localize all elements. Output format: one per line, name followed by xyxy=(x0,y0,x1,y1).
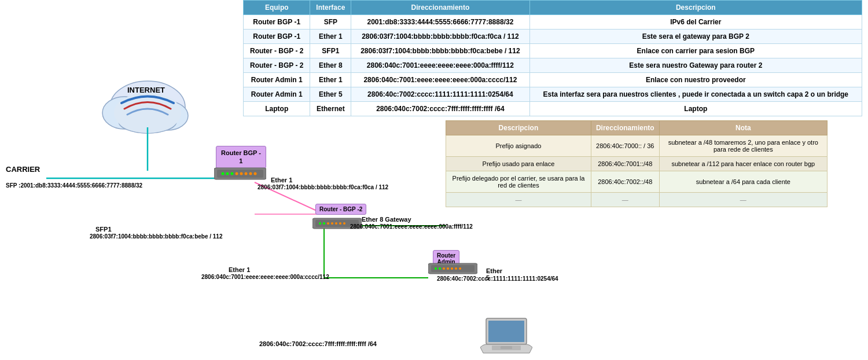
svg-point-28 xyxy=(443,267,445,270)
svg-point-23 xyxy=(343,222,345,225)
col-header-descripcion: Descripcion xyxy=(529,1,862,15)
cell2-descripcion: Prefijo delegado por el carrier, se usar… xyxy=(446,171,591,193)
cell-descripcion: Este sera nuestro Gateway para router 2 xyxy=(529,58,862,73)
svg-rect-34 xyxy=(488,321,524,342)
ether1-admin-addr-label: 2806:040c:7001:eeee:eeee:eeee:000a:cccc/… xyxy=(201,274,329,280)
svg-point-30 xyxy=(451,267,453,270)
ether1-bgp1-iface-label: Ether 1 xyxy=(271,177,292,183)
cell2-descripcion: Prefijo usado para enlace xyxy=(446,157,591,171)
sfp1-addr-label: 2806:03f7:1004:bbbb:bbbb:bbbb:f0ca:bebe … xyxy=(90,233,223,240)
cell-descripcion: IPv6 del Carrier xyxy=(529,15,862,30)
svg-point-17 xyxy=(319,222,321,225)
ether1-admin-iface-label: Ether 1 xyxy=(229,266,250,273)
router-admin1-device xyxy=(428,262,477,276)
router-bgp1-text: Router BGP -1 xyxy=(221,149,261,164)
router-bgp2-label: Router - BGP -2 xyxy=(315,204,366,215)
cell2-descripcion: — xyxy=(446,193,591,207)
svg-point-11 xyxy=(240,172,243,175)
svg-point-14 xyxy=(254,172,257,175)
svg-point-22 xyxy=(339,222,341,225)
cell-descripcion: Este sera el gateway para BGP 2 xyxy=(529,30,862,44)
sfp-address-label: SFP :2001:db8:3333:4444:5555:6666:7777:8… xyxy=(6,182,142,189)
laptop-addr-label: 2806:040c:7002:cccc:7fff:ffff:ffff:ffff … xyxy=(259,340,377,347)
svg-point-27 xyxy=(439,267,441,270)
ether5-admin-addr-label: 2806:40c:7002:cccc:1111:1111:1111:0254/6… xyxy=(437,275,558,282)
svg-rect-36 xyxy=(501,346,512,349)
internet-label: INTERNET xyxy=(127,86,165,94)
network-diagram: INTERNET CARRIER SFP :2001:db8:3333:4444… xyxy=(0,0,446,360)
cell2-nota: subnetear a /112 para hacer enlace con r… xyxy=(659,157,827,171)
cell2-direccionamiento: — xyxy=(591,193,659,207)
router-bgp1-device xyxy=(214,165,266,182)
col2-header-nota: Nota xyxy=(659,121,827,135)
svg-point-19 xyxy=(327,222,329,225)
table-row: Prefijo usado para enlace 2806:40c:7001:… xyxy=(446,157,827,171)
svg-point-2 xyxy=(148,101,188,130)
ether8-addr-label: 2806:040c:7001:eeee:eeee:eeee:000a:ffff/… xyxy=(350,223,473,230)
svg-point-21 xyxy=(335,222,337,225)
cell2-nota: — xyxy=(659,193,827,207)
svg-point-26 xyxy=(435,267,437,270)
second-table: Descripcion Direccionamiento Nota Prefij… xyxy=(446,120,827,207)
svg-point-32 xyxy=(459,267,461,270)
svg-point-31 xyxy=(455,267,457,270)
table-row: — — — xyxy=(446,193,827,207)
svg-point-4 xyxy=(114,93,181,133)
cell2-direccionamiento: 2806:40c:7000:: / 36 xyxy=(591,135,659,157)
col2-header-direccionamiento: Direccionamiento xyxy=(591,121,659,135)
cell-descripcion: Enlace con carrier para sesion BGP xyxy=(529,44,862,58)
svg-point-29 xyxy=(447,267,449,270)
cell2-nota: subnetear a /48 tomaremos 2, uno para en… xyxy=(659,135,827,157)
svg-point-10 xyxy=(236,172,238,175)
cell2-descripcion: Prefijo asignado xyxy=(446,135,591,157)
svg-point-8 xyxy=(226,172,229,175)
sfp1-iface-label: SFP1 xyxy=(95,226,112,233)
cell2-direccionamiento: 2806:40c:7001::/48 xyxy=(591,157,659,171)
svg-point-7 xyxy=(222,172,225,175)
svg-point-13 xyxy=(249,172,252,175)
svg-point-12 xyxy=(245,172,248,175)
laptop-icon xyxy=(480,315,532,356)
svg-point-9 xyxy=(231,172,234,175)
ether1-bgp1-addr-label: 2806:03f7:1004:bbbb:bbbb:bbbb:f0ca:f0ca … xyxy=(258,184,388,190)
carrier-label: CARRIER xyxy=(6,165,40,174)
second-table-section: Descripcion Direccionamiento Nota Prefij… xyxy=(446,120,827,207)
svg-point-3 xyxy=(119,110,176,133)
cell2-nota: subnetear a /64 para cada cliente xyxy=(659,171,827,193)
cell2-direccionamiento: 2806:40c:7002::/48 xyxy=(591,171,659,193)
ether8-iface-label: Ether 8 Gateway xyxy=(362,216,411,223)
svg-point-1 xyxy=(102,97,146,129)
table-row: Prefijo asignado 2806:40c:7000:: / 36 su… xyxy=(446,135,827,157)
cell-descripcion: Laptop xyxy=(529,102,862,116)
cell-descripcion: Esta interfaz sera para nuestros cliente… xyxy=(529,87,862,102)
table-row: Prefijo delegado por el carrier, se usar… xyxy=(446,171,827,193)
cell-descripcion: Enlace con nuestro proveedor xyxy=(529,73,862,87)
col2-header-descripcion: Descripcion xyxy=(446,121,591,135)
svg-point-18 xyxy=(323,222,325,225)
svg-point-20 xyxy=(331,222,333,225)
